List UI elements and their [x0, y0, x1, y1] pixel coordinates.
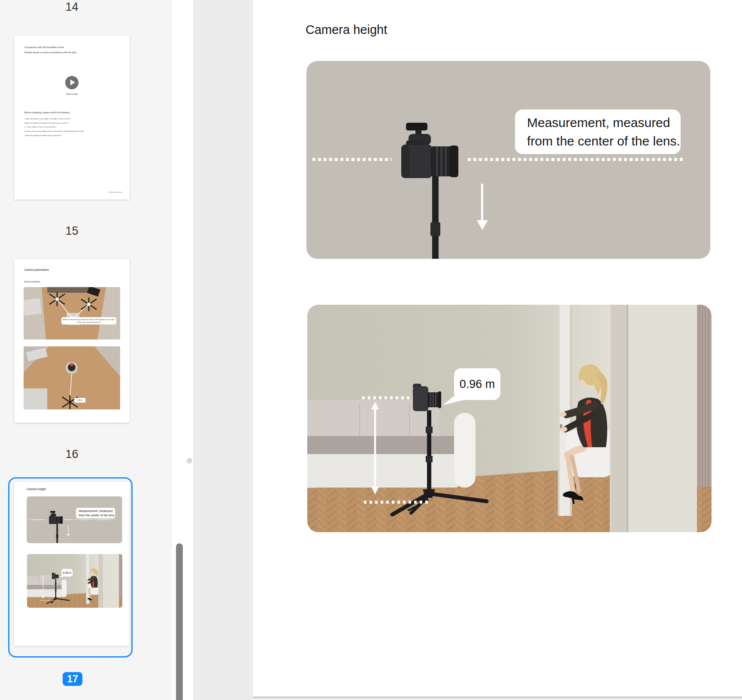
thumb15-checklist-item: a. Are the distance and angle of the lig… [24, 118, 71, 120]
curtain [119, 554, 122, 597]
curtain [697, 305, 712, 487]
document-view: Camera height [253, 0, 742, 700]
measurement-value: 0.96 m [63, 571, 71, 574]
page-number-14: 14 [14, 0, 130, 14]
room-scene-illustration [307, 305, 712, 532]
figure-camera-height-diagram: Measurement, measured from the center of… [306, 61, 710, 259]
topdown-room-illustration-2 [24, 346, 120, 409]
thumb16-topdown-image-1: Measure the distance from the center of … [24, 287, 120, 339]
thumbnail-sidebar: 14 Comparison with 3D simulation scene D… [0, 0, 173, 700]
down-arrow [68, 525, 68, 534]
measurement-bubble: 0.96 m [62, 569, 73, 576]
page17-full: Camera height [253, 0, 742, 697]
page-number-15: 15 [14, 224, 130, 238]
dotted-line [28, 519, 47, 520]
page-bottom-edge [253, 697, 742, 698]
sidebar-scrollbar-track [172, 0, 193, 700]
callout-line: Measurement, measured [79, 509, 115, 513]
right-wall [103, 554, 119, 608]
measurement-value: 0.96 m [460, 378, 495, 391]
dotted-line [468, 158, 685, 161]
dotted-line [312, 158, 391, 161]
thumb15-heading: Comparison with 3D simulation scene [24, 46, 64, 48]
page-number-16: 16 [14, 448, 130, 461]
measurement-callout: Measurement, measured from the center of… [515, 109, 681, 154]
page-number-17-selected-badge[interactable]: 17 [63, 672, 82, 686]
thumb15-confirm-heading: Before completing, please confirm the fo… [24, 111, 70, 114]
thumb16-subtitle: Camera distance [24, 280, 40, 283]
sidebar-scrollbar-thumb[interactable] [176, 543, 183, 700]
room-scene-illustration [27, 554, 123, 608]
page-title: Camera height [306, 23, 387, 37]
thumb16-topdown-image-2: 1.0 m [24, 346, 120, 409]
figure-room-scene: 0.96 m [27, 554, 123, 608]
thumbnail-page-16[interactable]: Camera parameters Camera distance [14, 259, 130, 423]
pdf-viewer-window: 14 Comparison with 3D simulation scene D… [0, 0, 742, 700]
thumb15-footer-note: Back to overview [109, 191, 122, 193]
down-arrow-head [477, 220, 488, 230]
right-wall [628, 305, 697, 532]
play-icon [65, 76, 79, 89]
figure-room-scene: 0.96 m [307, 305, 712, 532]
column [98, 554, 103, 608]
page17-mini: Camera height [14, 482, 130, 646]
content-gutter [193, 0, 253, 700]
thumb16-measure-label: 1.0 m [74, 398, 85, 403]
thumb15-checklist-item: d. Have unnecessary objects been removed… [24, 130, 84, 132]
callout-line: from the center of the lens. [79, 513, 115, 518]
thumb15-checklist-item: b. Are the height and angle of the light… [24, 122, 69, 124]
measurement-callout: Measurement, measured from the center of… [76, 508, 115, 518]
down-arrow-head [67, 534, 70, 536]
thumb16-title: Camera parameters [24, 268, 49, 271]
pane-divider-handle[interactable] [187, 458, 192, 464]
thumb15-play-caption: Click to view [14, 93, 130, 95]
thumb15-checklist-item: c. Is the subject in the correct positio… [24, 126, 56, 128]
topdown-room-illustration [24, 287, 120, 339]
camera-on-pole-illustration [399, 120, 463, 259]
thumbnail-page-17-selected[interactable]: Camera height [14, 482, 130, 646]
thumbnail-page-15[interactable]: Comparison with 3D simulation scene Doub… [14, 36, 130, 200]
figure-camera-height-diagram: Measurement, measured from the center of… [27, 497, 122, 543]
camera-on-pole-illustration [48, 510, 64, 543]
thumb16-callout: Measure the distance from the center of … [61, 317, 116, 324]
dotted-line [65, 519, 116, 520]
column [610, 305, 628, 532]
thumb15-checklist-item: e. Are the tripod and softbox joints tig… [24, 134, 61, 136]
measurement-bubble: 0.96 m [454, 368, 500, 400]
callout-line: Measurement, measured [527, 113, 681, 132]
thumb15-subheading: Double-check to ensure consistency with … [24, 51, 77, 54]
down-arrow [481, 184, 483, 221]
callout-line: from the center of the lens. [527, 132, 681, 150]
page-title: Camera height [27, 488, 46, 491]
